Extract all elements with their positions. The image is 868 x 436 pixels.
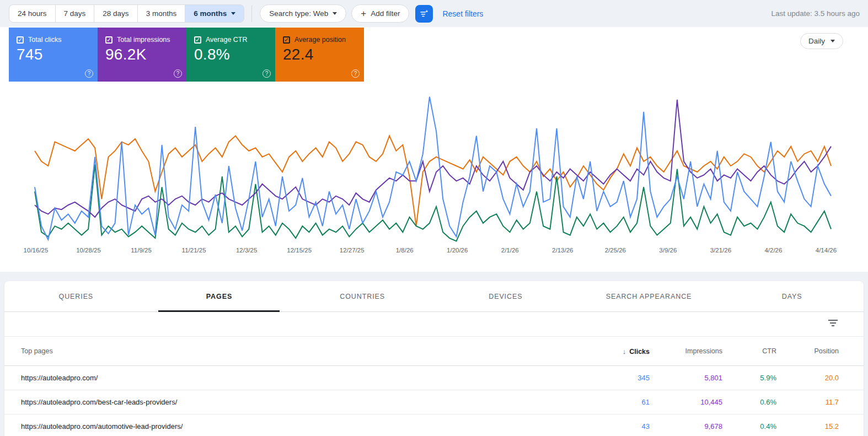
tab-pages[interactable]: PAGES <box>148 281 291 311</box>
x-tick-label: 12/27/25 <box>340 247 365 254</box>
table-row[interactable]: https://autoleadpro.com/best-car-leads-p… <box>4 390 864 415</box>
smart-filter-button[interactable] <box>415 5 433 23</box>
dimension-tabs: QUERIESPAGESCOUNTRIESDEVICESSEARCH APPEA… <box>4 281 864 312</box>
plus-icon: + <box>361 9 366 18</box>
column-header-clicks[interactable]: ↓Clicks <box>572 347 650 356</box>
chart-x-axis: 10/16/2510/28/2511/9/2511/21/2512/3/2512… <box>0 247 868 256</box>
metric-checkbox[interactable]: ✓ <box>105 36 112 44</box>
dimensions-table-card: QUERIESPAGESCOUNTRIESDEVICESSEARCH APPEA… <box>4 281 864 436</box>
date-range-label: 24 hours <box>18 9 47 18</box>
x-tick-label: 4/2/26 <box>764 247 782 254</box>
metric-label: Average CTR <box>206 36 248 44</box>
search-console-performance-page: 24 hours7 days28 days3 months6 months Se… <box>0 0 868 436</box>
x-tick-label: 11/21/25 <box>182 247 206 254</box>
metric-value: 0.8% <box>186 44 275 63</box>
metric-card-header: ✓Average position <box>275 28 364 44</box>
impressions-cell: 5,801 <box>650 374 722 382</box>
metric-cards: ✓Total clicks745?✓Total impressions96.2K… <box>9 28 364 82</box>
x-tick-label: 2/1/26 <box>501 247 519 254</box>
metric-checkbox[interactable]: ✓ <box>283 36 290 44</box>
column-header-label: Clicks <box>629 348 650 356</box>
date-range-28-days[interactable]: 28 days <box>94 4 137 23</box>
ctr-cell: 0.4% <box>722 422 776 430</box>
column-header-label: CTR <box>762 347 776 355</box>
metric-value: 22.4 <box>275 44 364 63</box>
column-header-ctr[interactable]: CTR <box>722 347 776 355</box>
metric-card-average-ctr[interactable]: ✓Average CTR0.8%? <box>186 28 275 82</box>
granularity-button[interactable]: Daily <box>800 33 843 49</box>
divider <box>251 6 252 22</box>
column-header-label: Impressions <box>685 347 722 355</box>
add-filter-button[interactable]: + Add filter <box>351 4 409 23</box>
tab-label: SEARCH APPEARANCE <box>606 293 692 300</box>
date-range-group: 24 hours7 days28 days3 months6 months <box>9 4 244 23</box>
tab-queries[interactable]: QUERIES <box>4 281 148 311</box>
x-tick-label: 12/15/25 <box>287 247 312 254</box>
clicks-cell: 345 <box>572 374 650 382</box>
date-range-3-months[interactable]: 3 months <box>137 4 186 23</box>
date-range-label: 7 days <box>64 9 86 18</box>
chevron-down-icon <box>333 12 337 15</box>
help-icon[interactable]: ? <box>262 69 271 78</box>
date-range-24-hours[interactable]: 24 hours <box>9 4 56 23</box>
x-tick-label: 1/8/26 <box>396 247 414 254</box>
tab-countries[interactable]: COUNTRIES <box>291 281 434 311</box>
x-tick-label: 2/25/26 <box>605 247 626 254</box>
column-header-top-pages[interactable]: Top pages <box>21 347 572 355</box>
metric-card-total-impressions[interactable]: ✓Total impressions96.2K? <box>98 28 186 82</box>
table-filter-icon[interactable] <box>828 320 838 329</box>
tab-label: QUERIES <box>59 293 94 300</box>
tab-search-appearance[interactable]: SEARCH APPEARANCE <box>577 281 721 311</box>
tab-label: COUNTRIES <box>340 293 385 300</box>
x-tick-label: 3/9/26 <box>659 247 677 254</box>
metric-card-total-clicks[interactable]: ✓Total clicks745? <box>9 28 98 82</box>
metric-card-header: ✓Total clicks <box>9 28 98 44</box>
sort-descending-icon: ↓ <box>623 347 626 356</box>
granularity-label: Daily <box>808 37 825 45</box>
performance-chart-card: ✓Total clicks745?✓Total impressions96.2K… <box>0 27 868 272</box>
table-row[interactable]: https://autoleadpro.com/automotive-lead-… <box>4 415 864 436</box>
series-line-clicks <box>35 97 831 240</box>
page-url-cell[interactable]: https://autoleadpro.com/ <box>21 374 572 382</box>
x-tick-label: 2/13/26 <box>552 247 573 254</box>
column-header-impressions[interactable]: Impressions <box>650 347 722 355</box>
chevron-down-icon <box>831 40 835 42</box>
help-icon[interactable]: ? <box>174 69 182 78</box>
tab-label: DEVICES <box>489 293 522 300</box>
metric-card-header: ✓Total impressions <box>98 28 186 44</box>
table-header-row: Top pages ↓ClicksImpressionsCTRPosition <box>4 337 864 366</box>
date-range-label: 6 months <box>194 9 227 18</box>
last-update-text: Last update: 3.5 hours ago <box>771 9 860 18</box>
table-toolbar <box>4 312 864 337</box>
position-cell: 11.7 <box>776 398 839 406</box>
impressions-cell: 10,445 <box>650 398 722 406</box>
metric-value: 745 <box>9 44 98 63</box>
x-tick-label: 11/9/25 <box>131 247 152 254</box>
reset-filters-link[interactable]: Reset filters <box>442 9 483 18</box>
page-url-cell[interactable]: https://autoleadpro.com/best-car-leads-p… <box>21 398 572 406</box>
tab-label: PAGES <box>206 293 232 300</box>
metric-checkbox[interactable]: ✓ <box>17 36 24 44</box>
metric-value: 96.2K <box>98 44 186 63</box>
metric-checkbox[interactable]: ✓ <box>194 36 201 44</box>
column-header-position[interactable]: Position <box>776 347 839 355</box>
tab-days[interactable]: DAYS <box>720 281 864 311</box>
table-row[interactable]: https://autoleadpro.com/3455,8015.9%20.0 <box>4 366 864 390</box>
ctr-cell: 5.9% <box>722 374 776 382</box>
add-filter-label: Add filter <box>371 9 400 18</box>
help-icon[interactable]: ? <box>85 69 93 78</box>
ctr-cell: 0.6% <box>722 398 776 406</box>
date-range-label: 28 days <box>103 9 128 18</box>
date-range-7-days[interactable]: 7 days <box>55 4 95 23</box>
page-url-cell[interactable]: https://autoleadpro.com/automotive-lead-… <box>21 422 572 430</box>
date-range-6-months[interactable]: 6 months <box>185 4 244 23</box>
position-cell: 15.2 <box>776 422 839 430</box>
tab-devices[interactable]: DEVICES <box>434 281 577 311</box>
search-type-button[interactable]: Search type: Web <box>260 4 346 23</box>
help-icon[interactable]: ? <box>351 69 360 78</box>
x-tick-label: 4/14/26 <box>816 247 837 254</box>
impressions-cell: 9,678 <box>650 422 722 430</box>
metric-card-average-position[interactable]: ✓Average position22.4? <box>275 28 364 82</box>
table-body: https://autoleadpro.com/3455,8015.9%20.0… <box>4 366 864 436</box>
performance-line-chart[interactable] <box>0 88 868 247</box>
